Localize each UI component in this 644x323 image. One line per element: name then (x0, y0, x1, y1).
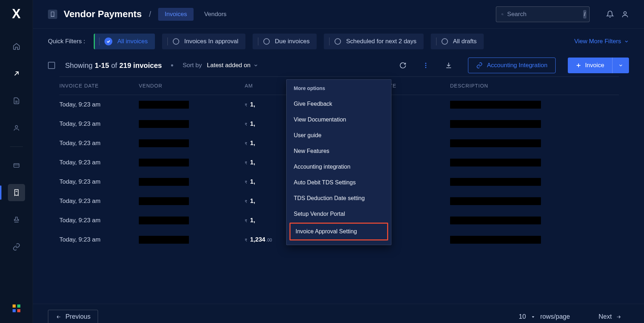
svg-point-7 (624, 11, 626, 14)
list-controls: Showing 1-15 of 219 invoices Sort by Lat… (33, 54, 644, 76)
search-icon (501, 11, 504, 18)
profile-button[interactable] (621, 10, 629, 18)
divider (10, 146, 23, 147)
cell-date: Today, 9:23 am (59, 178, 139, 185)
link-icon (13, 243, 20, 251)
search-input-wrap[interactable]: / (496, 6, 590, 22)
nav-link[interactable] (8, 238, 25, 255)
logo: X (12, 6, 20, 21)
cell-date: Today, 9:23 am (59, 140, 139, 147)
svg-rect-1 (14, 164, 19, 168)
cell-description (450, 139, 619, 147)
dots-vertical-icon (422, 62, 429, 69)
sort-select[interactable]: Latest added on (207, 62, 258, 69)
menu-tds-deduction-date[interactable]: TDS Deduction Date setting (287, 190, 391, 206)
download-button[interactable] (445, 62, 452, 69)
cell-description (450, 159, 619, 167)
radio-icon (335, 38, 341, 45)
filter-scheduled[interactable]: Scheduled for next 2 days (324, 34, 424, 49)
cell-vendor (139, 120, 245, 128)
more-options-menu: More options Give Feedback View Document… (286, 79, 391, 245)
svg-rect-3 (17, 304, 20, 308)
next-button[interactable]: Next (591, 310, 629, 323)
menu-auto-debit-tds[interactable]: Auto Debit TDS Settings (287, 175, 391, 190)
nav-card[interactable] (8, 157, 25, 174)
cell-date: Today, 9:23 am (59, 217, 139, 224)
cell-date: Today, 9:23 am (59, 120, 139, 128)
svg-point-8 (425, 63, 426, 64)
pagination: Previous 10 rows/page Next (33, 304, 644, 323)
page-title: Vendor Payments (64, 9, 142, 20)
refresh-icon (399, 62, 406, 69)
filter-in-approval[interactable]: Invoices In approval (162, 34, 245, 49)
tab-invoices[interactable]: Invoices (158, 8, 193, 21)
view-more-filters[interactable]: View More Filters (574, 38, 629, 45)
menu-new-features[interactable]: New Features (287, 143, 391, 159)
svg-point-0 (15, 125, 18, 128)
caret-down-icon (531, 315, 535, 319)
kbd-hint: / (583, 10, 586, 19)
nav-invoice[interactable] (8, 184, 25, 201)
menu-invoice-approval-setting[interactable]: Invoice Approval Setting (289, 223, 388, 240)
nav-user[interactable] (8, 119, 25, 136)
tab-vendors[interactable]: Vendors (198, 8, 233, 21)
breadcrumb-separator: / (149, 10, 151, 19)
user-icon (13, 124, 20, 131)
file-icon (13, 97, 20, 105)
more-options-button[interactable] (422, 62, 429, 69)
filter-drafts[interactable]: All drafts (431, 34, 484, 49)
link-icon (476, 62, 483, 69)
dropdown-title: More options (287, 80, 391, 96)
nav-send[interactable] (8, 65, 25, 82)
cell-description (450, 197, 619, 205)
home-icon (13, 43, 20, 50)
card-icon (13, 162, 20, 169)
col-description: DESCRIPTION (450, 83, 619, 89)
cell-vendor (139, 236, 245, 244)
menu-accounting-integration[interactable]: Accounting integration (287, 159, 391, 175)
filter-due[interactable]: Due invoices (253, 34, 317, 49)
count-text: Showing 1-15 of 219 invoices (65, 61, 162, 70)
refresh-button[interactable] (399, 62, 406, 69)
nav-document[interactable] (8, 92, 25, 109)
filter-row: Quick Filters : All invoices Invoices In… (33, 29, 644, 54)
accounting-integration-button[interactable]: Accounting Integration (468, 58, 556, 73)
select-all-checkbox[interactable] (48, 62, 55, 69)
col-vendor: VENDOR (139, 83, 245, 89)
cell-vendor (139, 139, 245, 147)
quick-filters-label: Quick Filters : (48, 38, 85, 45)
nav-apps[interactable] (12, 304, 21, 313)
new-invoice-button[interactable]: Invoice (568, 58, 629, 73)
rows-per-page[interactable]: 10 rows/page (519, 313, 570, 320)
cell-vendor (139, 197, 245, 205)
title-icon (48, 10, 57, 19)
cell-date: Today, 9:23 am (59, 101, 139, 108)
search-input[interactable] (507, 11, 583, 18)
cell-description (450, 236, 619, 244)
cell-description (450, 120, 619, 128)
cell-vendor (139, 217, 245, 224)
cell-description (450, 101, 619, 109)
radio-icon (173, 38, 179, 45)
chevron-down-icon (618, 63, 623, 68)
menu-user-guide[interactable]: User guide (287, 128, 391, 143)
filter-all-invoices[interactable]: All invoices (94, 34, 155, 49)
profile-icon (621, 10, 629, 18)
arrow-left-icon (55, 314, 62, 319)
menu-give-feedback[interactable]: Give Feedback (287, 96, 391, 112)
menu-view-documentation[interactable]: View Documentation (287, 112, 391, 128)
left-sidebar: X (0, 0, 33, 323)
dot-separator (171, 64, 173, 66)
nav-stamp[interactable] (8, 211, 25, 228)
svg-point-10 (425, 67, 426, 68)
cell-vendor (139, 159, 245, 167)
receipt-icon (13, 189, 20, 197)
notifications-button[interactable] (606, 10, 614, 18)
stamp-icon (13, 216, 20, 224)
nav-home[interactable] (8, 38, 25, 55)
new-invoice-caret[interactable] (612, 58, 629, 73)
menu-setup-vendor-portal[interactable]: Setup Vendor Portal (287, 206, 391, 222)
arrow-right-icon (615, 314, 622, 319)
previous-button[interactable]: Previous (48, 310, 98, 323)
download-icon (445, 62, 452, 69)
